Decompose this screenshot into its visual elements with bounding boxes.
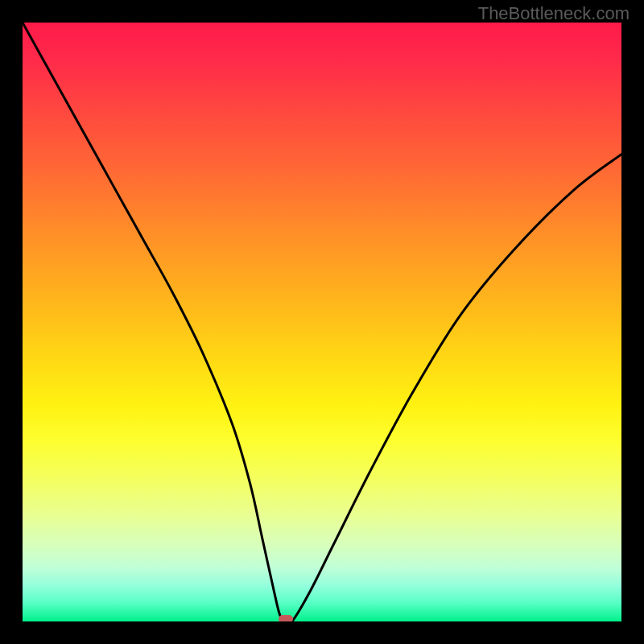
chart-plot-area [23,23,621,621]
optimal-point-marker [279,615,293,621]
watermark-text: TheBottleneck.com [478,3,630,24]
bottleneck-curve [23,23,621,621]
chart-curve-svg [23,23,621,621]
